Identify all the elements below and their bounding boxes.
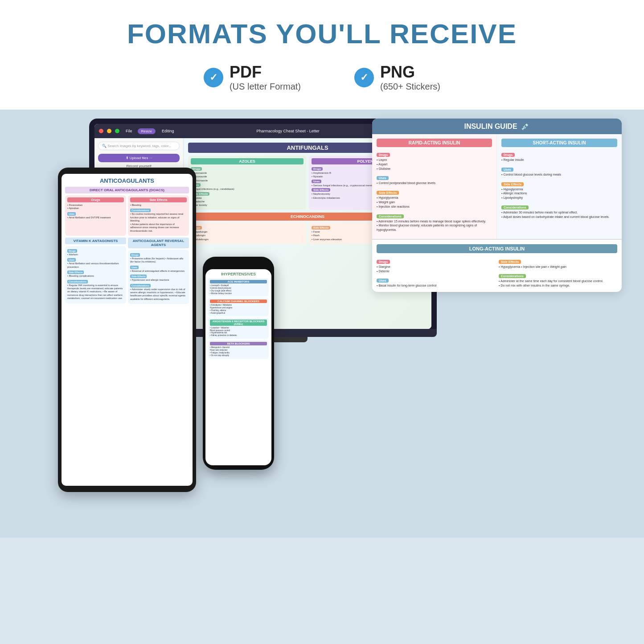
se-label-2: Side Effects (312, 188, 330, 192)
rapid-drugs: • Lispro• Aspart• Glulisine (377, 158, 492, 171)
rapid-se-section: Side Effects • Hypoglycemia• Weight gain… (377, 188, 492, 209)
azoles-se: • Nausea• Headache• Liver toxicity (191, 196, 304, 207)
drugs-label-2: Drugs (312, 167, 323, 171)
vka-con-lbl: Considerations (67, 280, 88, 283)
rev-uses-lbl: Uses (130, 266, 139, 269)
phone-screen: IHYPERTENSIVES ACE INHIBITORS • Lisinopr… (205, 269, 271, 465)
vka-se: • Bleeding complications (67, 275, 124, 278)
vka-se-lbl: Side Effects (67, 271, 84, 274)
file-label[interactable]: File (126, 129, 132, 133)
doacs-considerations: • No routine monitoring required but ass… (130, 213, 187, 233)
png-label: PNG (380, 63, 440, 82)
azoles-title: AZOLES (191, 158, 304, 164)
rapid-se-lbl: Side Effects (377, 191, 399, 195)
reversal-card: Drugs • Protamine sulfate (for heparin) … (128, 250, 189, 304)
rapid-con-lbl: Considerations (377, 214, 404, 218)
top-section: FORMATS YOU'LL RECEIVE ✓ PDF (US letter … (0, 0, 644, 110)
phone-device: IHYPERTENSIVES ACE INHIBITORS • Lisinopr… (203, 257, 274, 470)
phone-notch (225, 261, 252, 267)
doacs-se-header: Side Effects (130, 197, 187, 202)
doacs-se: • Bleeding (130, 204, 187, 207)
vka-uses: • Atrial fibrillation and venous thrombo… (67, 262, 124, 269)
rapid-uses-section: Uses • Control postprandial blood glucos… (377, 173, 492, 185)
echinocandin-card-1: Drugs • Caspofungin• Micafungin• Anidula… (188, 222, 306, 244)
tablet-body: ANTICOAGULANTS DIRECT ORAL ANTICOAGULANT… (58, 168, 196, 492)
vka-header: VITAMIN K ANTAGONISTS (65, 238, 126, 244)
uses-lbl: Uses (67, 212, 76, 216)
vka-considerations: • Regular INR monitoring is essential to… (67, 284, 124, 300)
short-considerations: • Administer 30 minutes before meals for… (501, 210, 617, 219)
pdf-sub: (US letter Format) (230, 82, 301, 92)
tablet-content: ANTICOAGULANTS DIRECT ORAL ANTICOAGULANT… (62, 174, 193, 308)
short-se-lbl: Side Effects (501, 182, 524, 186)
short-drugs-section: Drugs • Regular insulin (501, 150, 617, 162)
doacs-drugs: • Rivaroxaban• Apixaban (67, 204, 124, 210)
azoles-uses: • Fungal infections (e.g., candidiasis) (191, 187, 304, 191)
rev-con-lbl: Considerations (130, 284, 151, 287)
doacs-right: Side Effects • Bleeding Considerations •… (128, 195, 189, 236)
azoles-drugs: • Fluconazole• Itraconazole• Voriconazol… (191, 171, 304, 182)
png-format: ✓ PNG (650+ Stickers) (354, 63, 440, 92)
short-con-section: Considerations • Administer 30 minutes b… (501, 202, 617, 219)
toolbar-green-dot (115, 129, 119, 133)
phone-body: IHYPERTENSIVES ACE INHIBITORS • Lisinopr… (203, 257, 274, 470)
doacs-uses: • Atrial fibrillation and DVT/PE treatme… (67, 216, 124, 219)
rapid-col: RAPID-ACTING INSULIN Drugs • Lispro• Asp… (372, 134, 497, 239)
ace-content: • Lisinopril • EnalaprilControls blood p… (210, 284, 267, 295)
long-drugs: • Glargine• Detemir (377, 265, 495, 274)
beta-blockers-card: BETA BLOCKERS • Metoprolol • AtenololHea… (208, 340, 269, 358)
vka-drugs-lbl: Drugs (67, 249, 77, 253)
png-check-icon: ✓ (354, 68, 374, 87)
rapid-con-section: Considerations • Administer 15 minutes b… (377, 211, 492, 232)
upload-btn[interactable]: ⬆ Upload files ··· (98, 154, 180, 162)
editing-label[interactable]: Editing (162, 129, 174, 133)
short-uses: • Control blood glucose levels during me… (501, 172, 617, 177)
rapid-drugs-section: Drugs • Lispro• Aspart• Glulisine (377, 150, 492, 171)
rev-drugs-lbl: Drugs (130, 253, 140, 257)
tablet-screen: ANTICOAGULANTS DIRECT ORAL ANTICOAGULANT… (62, 174, 193, 486)
reversal-section: ANTICOAGULANT REVERSAL AGENTS Drugs • Pr… (128, 238, 189, 304)
tablet-device: ANTICOAGULANTS DIRECT ORAL ANTICOAGULANT… (58, 168, 196, 492)
rapid-header: RAPID-ACTING INSULIN (377, 139, 492, 147)
vka-drugs: • Warfarin (67, 253, 124, 256)
phone-title: IHYPERTENSIVES (208, 272, 269, 276)
short-con-lbl: Considerations (501, 205, 529, 209)
insulin-card: INSULIN GUIDE 💉 RAPID-ACTING INSULIN Dru… (372, 119, 622, 292)
tablet-main-title: ANTICOAGULANTS (65, 177, 189, 184)
phone-content: IHYPERTENSIVES ACE INHIBITORS • Lisinopr… (205, 269, 271, 363)
short-se-section: Side Effects • Hypoglycemia• Allergic re… (501, 179, 617, 200)
rapid-uses-lbl: Uses (377, 176, 389, 180)
insulin-title: INSULIN GUIDE (464, 123, 517, 131)
rev-uses: • Reversal of anticoagulant effects in e… (130, 270, 187, 273)
rapid-considerations: • Administer 15 minutes before meals to … (377, 219, 492, 232)
doacs-drugs-header: Drugs (67, 197, 124, 202)
long-con-lbl: Considerations (499, 274, 526, 278)
arbs-title: ANGIOTENSIN II RECEPTOR BLOCKERS (ARBs) (210, 320, 267, 326)
short-drugs-lbl: Drugs (501, 153, 515, 157)
long-se-lbl: Side Effects (499, 260, 521, 264)
png-sub: (650+ Stickers) (380, 82, 440, 92)
doacs-header: DIRECT ORAL ANTICOAGULANTS (DOACS) (65, 187, 189, 193)
long-uses: • Basal insulin for long-term glucose co… (377, 283, 495, 288)
considerations-lbl: Considerations (130, 209, 151, 212)
vka-uses-lbl: Uses (67, 258, 76, 262)
long-acting-section: LONG-ACTING INSULIN Drugs • Glargine• De… (372, 239, 622, 292)
insulin-body: RAPID-ACTING INSULIN Drugs • Lispro• Asp… (372, 134, 622, 239)
pdf-text-block: PDF (US letter Format) (230, 63, 301, 92)
png-text-block: PNG (650+ Stickers) (380, 63, 440, 92)
toolbar-yellow-dot (107, 129, 111, 133)
main-title: FORMATS YOU'LL RECEIVE (9, 18, 635, 49)
formats-row: ✓ PDF (US letter Format) ✓ PNG (650+ Sti… (9, 63, 635, 92)
long-considerations: • Administer at the same time each day f… (499, 279, 617, 288)
rapid-drugs-lbl: Drugs (377, 153, 390, 157)
arbs-content: • Losartan • ValsartanBlood pressure con… (210, 327, 267, 337)
long-right: Side Effects • Hypoglycemia • Injection … (499, 257, 617, 287)
short-uses-lbl: Uses (501, 168, 513, 172)
long-uses-lbl: Uses (377, 279, 389, 283)
long-header: LONG-ACTING INSULIN (377, 244, 617, 253)
insulin-icon: 💉 (521, 122, 530, 131)
pdf-check-icon: ✓ (204, 68, 223, 87)
short-header: SHORT-ACTING INSULIN (501, 139, 617, 147)
resize-btn[interactable]: Resize (138, 128, 156, 134)
search-box[interactable]: 🔍 Search images by keyword, tags, color.… (98, 142, 180, 150)
